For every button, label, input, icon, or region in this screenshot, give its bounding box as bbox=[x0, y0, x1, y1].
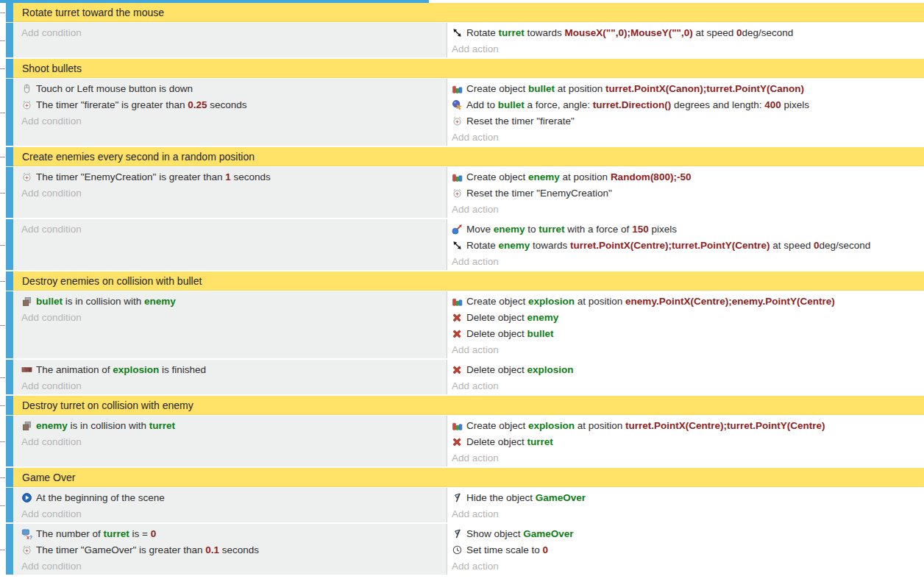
text-segment: Rotate bbox=[466, 240, 499, 251]
conditions-column: The timer "EnemyCreation" is greater tha… bbox=[13, 167, 447, 218]
text-segment: 400 bbox=[764, 99, 781, 110]
add-condition-button[interactable]: Add condition bbox=[13, 24, 447, 40]
event-handle-bar[interactable] bbox=[6, 23, 13, 57]
actions-column: Create object explosion at position enem… bbox=[447, 291, 924, 358]
create-object-icon bbox=[452, 296, 463, 307]
event-handle-bar[interactable] bbox=[6, 396, 13, 415]
action-row[interactable]: Create object enemy at position Random(8… bbox=[447, 168, 924, 185]
action-row[interactable]: Set time scale to 0 bbox=[447, 541, 924, 558]
action-row[interactable]: Delete object bullet bbox=[447, 325, 924, 341]
conditions-column: Add condition bbox=[13, 23, 447, 57]
clock-icon bbox=[452, 544, 463, 555]
text-segment: enemy bbox=[144, 296, 176, 307]
event-handle-bar[interactable] bbox=[6, 488, 13, 522]
event-handle-bar[interactable] bbox=[6, 360, 13, 394]
group-header[interactable]: Rotate turret toward the mouse bbox=[13, 3, 924, 22]
tree-tick bbox=[0, 40, 5, 41]
text-segment: bullet bbox=[36, 296, 63, 307]
add-condition-button[interactable]: Add condition bbox=[13, 433, 447, 450]
condition-row[interactable]: At the beginning of the scene bbox=[13, 489, 447, 505]
add-action-button[interactable]: Add action bbox=[447, 505, 924, 522]
condition-row[interactable]: x?The number of turret is = 0 bbox=[13, 525, 447, 541]
action-row[interactable]: Delete object turret bbox=[447, 433, 924, 450]
instruction-text: Rotate enemy towards turret.PointX(Centr… bbox=[466, 240, 870, 251]
event-handle-bar[interactable] bbox=[6, 271, 13, 291]
action-row[interactable]: Show object GameOver bbox=[447, 525, 924, 541]
condition-row[interactable]: Touch or Left mouse button is down bbox=[13, 80, 447, 96]
text-segment: at speed bbox=[693, 27, 736, 38]
event-handle-bar[interactable] bbox=[6, 416, 13, 466]
action-row[interactable]: Create object bullet at position turret.… bbox=[447, 80, 924, 96]
text-segment: at position bbox=[575, 296, 625, 307]
event-handle-bar[interactable] bbox=[6, 291, 13, 358]
instruction-text: Create object explosion at position enem… bbox=[466, 296, 835, 307]
add-condition-button[interactable]: Add condition bbox=[13, 505, 447, 522]
action-row[interactable]: Rotate enemy towards turret.PointX(Centr… bbox=[447, 237, 924, 253]
add-condition-button[interactable]: Add condition bbox=[13, 377, 447, 394]
instruction-text: Set time scale to 0 bbox=[466, 544, 548, 555]
force-icon bbox=[452, 99, 463, 110]
text-segment: is finished bbox=[159, 364, 206, 375]
text-segment: bullet bbox=[528, 83, 555, 94]
add-action-button[interactable]: Add action bbox=[447, 558, 924, 574]
add-action-button[interactable]: Add action bbox=[447, 253, 924, 269]
event-handle-bar[interactable] bbox=[6, 468, 13, 487]
event-row: x?The number of turret is = 0The timer "… bbox=[0, 524, 924, 575]
event-row: bullet is in collision with enemyAdd con… bbox=[0, 291, 924, 358]
add-action-button[interactable]: Add action bbox=[447, 40, 924, 57]
event-handle-bar[interactable] bbox=[6, 79, 13, 146]
add-action-button[interactable]: Add action bbox=[447, 201, 924, 217]
action-row[interactable]: Reset the timer "firerate" bbox=[447, 113, 924, 129]
group-header[interactable]: Destroy turret on collision with enemy bbox=[13, 396, 924, 415]
add-action-button[interactable]: Add action bbox=[447, 450, 924, 466]
add-condition-button[interactable]: Add condition bbox=[13, 309, 447, 325]
action-row[interactable]: Delete object enemy bbox=[447, 309, 924, 325]
text-segment: The animation of bbox=[36, 364, 113, 375]
add-action-button[interactable]: Add action bbox=[447, 129, 924, 145]
group-header[interactable]: Destroy enemies on collision with bullet bbox=[13, 271, 924, 291]
action-row[interactable]: Create object explosion at position turr… bbox=[447, 417, 924, 433]
text-segment: Rotate bbox=[466, 27, 499, 38]
condition-row[interactable]: The timer "EnemyCreation" is greater tha… bbox=[13, 168, 447, 185]
action-row[interactable]: Hide the object GameOver bbox=[447, 489, 924, 505]
text-segment: Add to bbox=[466, 99, 498, 110]
text-segment: turret.PointX(Centre);turret.PointY(Cent… bbox=[625, 420, 825, 431]
text-segment: seconds bbox=[207, 99, 246, 110]
event-handle-bar[interactable] bbox=[6, 219, 13, 270]
event-tree-gutter bbox=[0, 524, 6, 575]
conditions-column: Touch or Left mouse button is downThe ti… bbox=[13, 79, 447, 146]
condition-row[interactable]: The timer "firerate" is greater than 0.2… bbox=[13, 96, 447, 113]
action-row[interactable]: Rotate turret towards MouseX("",0);Mouse… bbox=[447, 24, 924, 40]
action-row[interactable]: Create object explosion at position enem… bbox=[447, 293, 924, 309]
condition-row[interactable]: The timer "GameOver" is greater than 0.1… bbox=[13, 541, 447, 558]
actions-column: Create object enemy at position Random(8… bbox=[447, 167, 924, 218]
action-row[interactable]: Move enemy to turret with a force of 150… bbox=[447, 221, 924, 237]
event-handle-bar[interactable] bbox=[6, 59, 13, 78]
condition-row[interactable]: The animation of explosion is finished bbox=[13, 361, 447, 377]
add-action-button[interactable]: Add action bbox=[447, 377, 924, 394]
text-segment: turret bbox=[527, 436, 553, 447]
event-handle-bar[interactable] bbox=[6, 147, 13, 166]
add-condition-button[interactable]: Add condition bbox=[13, 113, 447, 129]
add-action-button[interactable]: Add action bbox=[447, 341, 924, 358]
group-header[interactable]: Shoot bullets bbox=[13, 59, 924, 78]
action-row[interactable]: Delete object explosion bbox=[447, 361, 924, 377]
condition-row[interactable]: bullet is in collision with enemy bbox=[13, 293, 447, 309]
action-row[interactable]: Add to bullet a force, angle: turret.Dir… bbox=[447, 96, 924, 113]
condition-row[interactable]: enemy is in collision with turret bbox=[13, 417, 447, 433]
action-row[interactable]: Reset the timer "EnemyCreation" bbox=[447, 185, 924, 201]
text-segment: MouseX("",0);MouseY("",0) bbox=[565, 27, 693, 38]
group-header[interactable]: Create enemies every second in a random … bbox=[13, 147, 924, 166]
event-columns: x?The number of turret is = 0The timer "… bbox=[13, 524, 924, 575]
add-condition-button[interactable]: Add condition bbox=[13, 185, 447, 201]
event-handle-bar[interactable] bbox=[6, 167, 13, 218]
tree-tick bbox=[0, 550, 5, 550]
actions-column: Show object GameOverSet time scale to 0A… bbox=[447, 524, 924, 575]
actions-column: Move enemy to turret with a force of 150… bbox=[447, 219, 924, 270]
event-handle-bar[interactable] bbox=[6, 3, 13, 22]
add-condition-button[interactable]: Add condition bbox=[13, 221, 447, 237]
add-condition-button[interactable]: Add condition bbox=[13, 558, 447, 574]
text-segment: seconds bbox=[231, 171, 271, 182]
group-header[interactable]: Game Over bbox=[13, 468, 924, 487]
event-handle-bar[interactable] bbox=[6, 524, 13, 575]
